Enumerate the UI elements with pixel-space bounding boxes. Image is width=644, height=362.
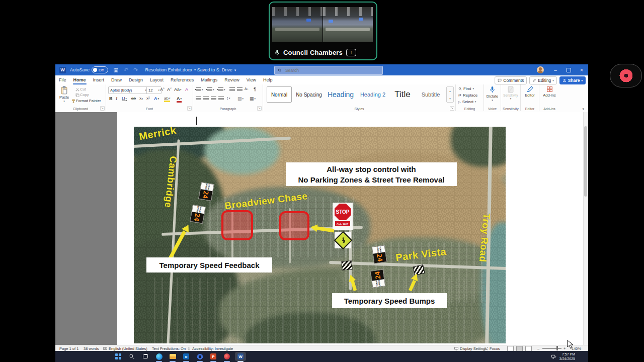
- dictate-button[interactable]: Dictate ▾: [486, 86, 499, 102]
- proofing-status[interactable]: English (United States): [103, 345, 147, 351]
- shading-button[interactable]: ▨▾: [237, 96, 244, 101]
- bullets-button[interactable]: ▾: [196, 87, 203, 92]
- tab-insert[interactable]: Insert: [90, 75, 108, 84]
- numbering-button[interactable]: ▾: [207, 87, 214, 92]
- superscript-button[interactable]: x²: [146, 96, 150, 101]
- multilevel-list-button[interactable]: ▾: [218, 87, 225, 92]
- sort-button[interactable]: A↓: [245, 87, 249, 90]
- strikethrough-button[interactable]: ab: [131, 96, 136, 101]
- cut-button[interactable]: Cut: [75, 87, 86, 92]
- tab-help[interactable]: Help: [260, 75, 276, 84]
- justify-button[interactable]: [218, 97, 224, 101]
- style-normal[interactable]: Normal: [267, 86, 292, 103]
- tab-view[interactable]: View: [243, 75, 260, 84]
- font-color-button[interactable]: A ▾: [177, 96, 182, 103]
- account-avatar[interactable]: [537, 66, 544, 73]
- editor-button[interactable]: Editor: [523, 86, 537, 98]
- edge-browser-button[interactable]: [154, 352, 164, 361]
- clipboard-dialog-launcher[interactable]: ↘: [100, 106, 105, 111]
- paragraph-dialog-launcher[interactable]: ↘: [257, 106, 262, 111]
- tab-mailings[interactable]: Mailings: [197, 75, 221, 84]
- network-tray-icon[interactable]: [551, 354, 556, 359]
- recording-indicator-button[interactable]: [610, 64, 642, 87]
- outlook-button[interactable]: o: [182, 352, 191, 361]
- page-indicator[interactable]: Page 1 of 1: [59, 345, 78, 351]
- align-center-button[interactable]: [203, 97, 209, 101]
- redo-icon[interactable]: ↷: [133, 67, 138, 73]
- subscript-button[interactable]: x₂: [139, 96, 143, 101]
- zoom-slider[interactable]: [542, 348, 561, 349]
- text-predictions[interactable]: Text Predictions: On: [152, 345, 186, 351]
- focus-button[interactable]: Focus: [485, 345, 500, 351]
- font-dialog-launcher[interactable]: ↘: [187, 106, 192, 111]
- aerial-map-image[interactable]: STOP ALL WAY YOURS: [134, 127, 506, 343]
- file-explorer-button[interactable]: [168, 352, 177, 361]
- style-heading2[interactable]: Heading 2: [357, 86, 389, 103]
- close-button[interactable]: ×: [575, 64, 588, 75]
- text-effects-button[interactable]: A ▾: [154, 96, 159, 101]
- align-right-button[interactable]: [211, 97, 216, 101]
- bold-button[interactable]: B: [109, 96, 113, 101]
- promote-video-button[interactable]: ↑: [346, 49, 356, 56]
- show-formatting-button[interactable]: ¶: [254, 86, 256, 92]
- style-no-spacing[interactable]: No Spacing: [293, 86, 325, 103]
- paste-button[interactable]: Paste ▾: [59, 86, 69, 103]
- shrink-font-button[interactable]: Aˇ: [167, 87, 172, 92]
- borders-button[interactable]: ▦▾: [250, 96, 256, 101]
- editing-mode-button[interactable]: Editing ▾: [529, 76, 557, 84]
- start-button[interactable]: [114, 352, 123, 361]
- zoom-in-button[interactable]: +: [564, 345, 566, 351]
- underline-button[interactable]: U ▾: [122, 96, 127, 101]
- select-button[interactable]: ▷ Select ▾: [458, 100, 476, 104]
- meeting-video-tile[interactable]: Council Chambers ↑: [269, 2, 377, 60]
- grow-font-button[interactable]: Aˆ: [160, 87, 165, 92]
- zoom-level[interactable]: 140%: [572, 345, 581, 351]
- style-subtitle[interactable]: Subtitle: [416, 86, 445, 103]
- align-left-button[interactable]: [196, 97, 201, 101]
- copy-button[interactable]: Copy: [75, 93, 89, 97]
- minimize-button[interactable]: –: [549, 64, 562, 75]
- teams-button[interactable]: [195, 352, 204, 361]
- document-page[interactable]: STOP ALL WAY YOURS: [117, 112, 584, 345]
- font-size-combobox[interactable]: 12 ▾: [146, 86, 162, 94]
- autosave-toggle[interactable]: Off: [92, 66, 108, 73]
- display-settings-button[interactable]: Display Settings: [454, 345, 487, 351]
- styles-gallery-scroll[interactable]: ▴ ▾: [446, 86, 454, 103]
- decrease-indent-button[interactable]: [229, 87, 235, 92]
- addins-button[interactable]: Add-ins: [542, 86, 557, 98]
- collapse-ribbon-button[interactable]: ▾: [582, 107, 584, 111]
- maximize-button[interactable]: [562, 64, 575, 75]
- search-input[interactable]: [284, 67, 367, 73]
- web-layout-button[interactable]: [525, 346, 532, 351]
- replace-button[interactable]: ⇄ Replace: [458, 93, 477, 98]
- tab-file[interactable]: File: [55, 75, 70, 84]
- search-box[interactable]: [274, 66, 383, 75]
- styles-dialog-launcher[interactable]: ↘: [450, 106, 454, 111]
- sensitivity-button[interactable]: Sensitivity ▾: [503, 86, 519, 100]
- clear-formatting-button[interactable]: A: [185, 87, 188, 92]
- system-clock[interactable]: 7:57 PM 3/24/2025: [559, 352, 575, 361]
- comments-button[interactable]: Comments: [495, 76, 527, 84]
- red-app-button[interactable]: [222, 352, 231, 361]
- italic-button[interactable]: I: [116, 96, 117, 101]
- task-view-button[interactable]: [141, 352, 150, 361]
- tab-references[interactable]: References: [167, 75, 197, 84]
- undo-icon[interactable]: ↶: [124, 67, 128, 73]
- zoom-out-button[interactable]: –: [537, 345, 539, 351]
- tab-review[interactable]: Review: [221, 75, 243, 84]
- highlight-button[interactable]: ab ▾: [164, 96, 170, 102]
- vertical-scrollbar[interactable]: [583, 112, 588, 345]
- change-case-button[interactable]: Aa ▾: [174, 87, 182, 92]
- share-button[interactable]: Share ▾: [559, 76, 586, 84]
- find-button[interactable]: Find ▾: [458, 86, 474, 91]
- zoom-slider-thumb[interactable]: [556, 346, 558, 350]
- tab-design[interactable]: Design: [125, 75, 146, 84]
- document-title[interactable]: Resolution Exhibit.docx • Saved to S: Dr…: [145, 67, 236, 72]
- document-canvas[interactable]: STOP ALL WAY YOURS: [55, 112, 588, 345]
- save-icon[interactable]: [113, 67, 119, 73]
- word-taskbar-button[interactable]: W: [235, 352, 246, 361]
- autosave-control[interactable]: AutoSave Off: [70, 66, 108, 73]
- tab-home[interactable]: Home: [70, 75, 90, 84]
- tab-layout[interactable]: Layout: [146, 75, 167, 84]
- tab-draw[interactable]: Draw: [108, 75, 125, 84]
